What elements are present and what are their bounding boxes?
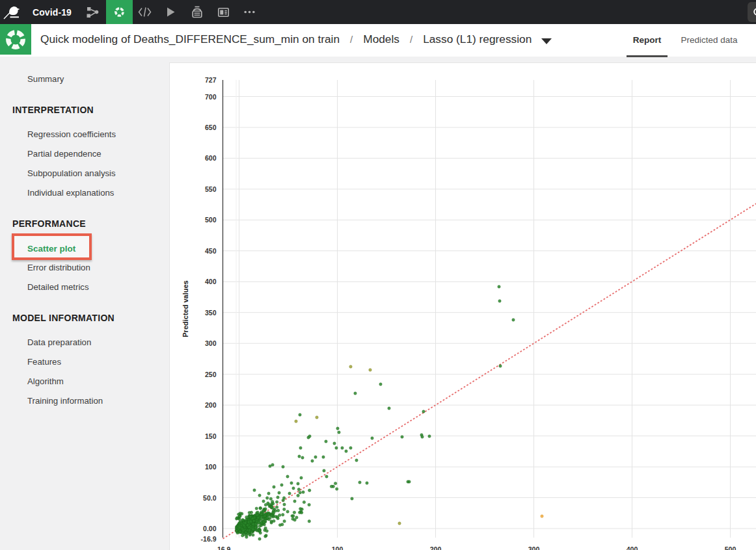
svg-text:450: 450 [205,247,217,255]
svg-text:550: 550 [205,185,217,193]
svg-text:Predicted values: Predicted values [182,280,189,337]
svg-text:50.0: 50.0 [203,494,217,502]
svg-text:400: 400 [627,545,638,550]
svg-text:300: 300 [528,545,540,550]
svg-text:727: 727 [205,76,217,84]
svg-text:650: 650 [205,124,217,131]
svg-text:700: 700 [205,93,217,101]
svg-text:500: 500 [205,216,217,224]
svg-text:350: 350 [205,309,217,317]
svg-text:-16.9: -16.9 [201,535,217,543]
svg-text:100: 100 [205,463,217,471]
svg-text:-16.9: -16.9 [215,545,231,550]
svg-text:200: 200 [430,545,442,550]
svg-text:600: 600 [205,154,217,162]
svg-text:100: 100 [332,545,344,550]
svg-text:0.00: 0.00 [203,525,217,532]
svg-text:150: 150 [205,432,217,440]
svg-text:250: 250 [205,371,217,378]
svg-text:200: 200 [205,401,217,409]
svg-text:400: 400 [205,278,217,285]
svg-text:500: 500 [725,545,736,550]
svg-text:300: 300 [205,339,217,347]
